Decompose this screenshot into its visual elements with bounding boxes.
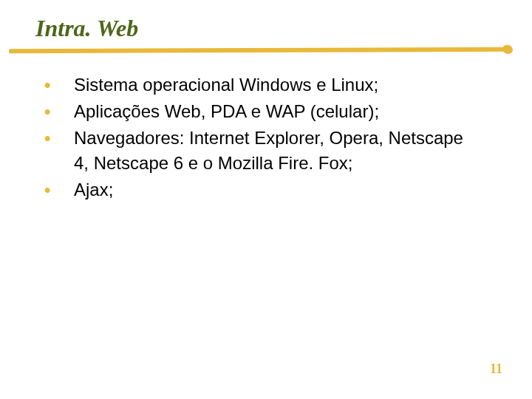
bullet-text: Ajax; <box>74 177 113 202</box>
bullet-icon: • <box>44 177 74 202</box>
page-number: 11 <box>490 361 502 377</box>
bullet-icon: • <box>44 126 74 151</box>
bullet-text: Navegadores: Internet Explorer, Opera, N… <box>74 126 480 176</box>
bullet-icon: • <box>44 72 74 98</box>
list-item: • Navegadores: Internet Explorer, Opera,… <box>44 126 480 176</box>
list-item: • Aplicações Web, PDA e WAP (celular); <box>44 99 480 124</box>
slide-title: Intra. Web <box>35 15 138 42</box>
bullet-list: • Sistema operacional Windows e Linux; •… <box>44 72 480 204</box>
bullet-icon: • <box>44 99 74 124</box>
bullet-text: Aplicações Web, PDA e WAP (celular); <box>74 99 379 124</box>
list-item: • Ajax; <box>44 177 480 202</box>
title-underline <box>9 47 511 53</box>
list-item: • Sistema operacional Windows e Linux; <box>44 72 480 98</box>
bullet-text: Sistema operacional Windows e Linux; <box>74 72 378 98</box>
